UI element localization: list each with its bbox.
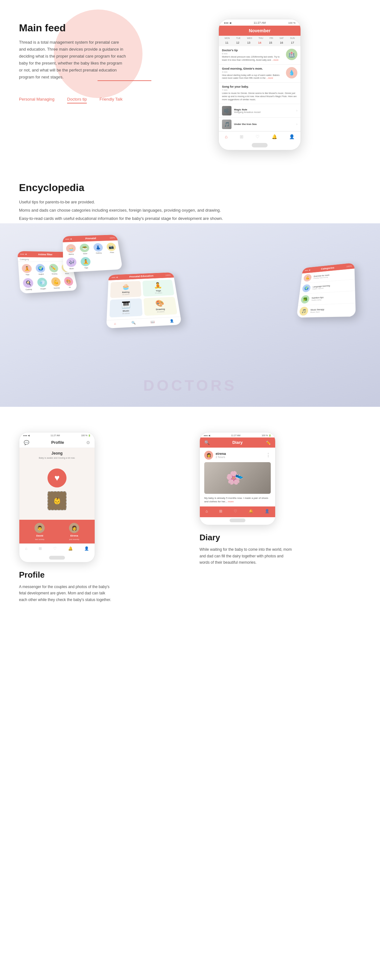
feed-item-body: Mother's blood pressure was 135/8mmHg la… — [222, 56, 283, 62]
music-info-2: Under the Iron Sea — [234, 123, 294, 126]
card-yoga[interactable]: 🧘 Yoga 24 articles — [142, 280, 174, 297]
nav-bell-icon[interactable]: 🔔 — [272, 134, 277, 139]
music-thumb-1: 🎼 — [222, 106, 232, 115]
phone-time: 11:27 AM — [254, 21, 266, 24]
profile-nav-person[interactable]: 👤 — [84, 546, 89, 551]
iso-grid-item-2[interactable]: 🧘 Yoga — [78, 256, 93, 270]
diary-phone-statusbar: ●●● ◀ 11:27 AM 100 % 🔋 — [200, 433, 275, 438]
phone-home-button[interactable] — [252, 143, 268, 147]
feed-item-icon-doctors: 🏥 — [286, 49, 297, 60]
prenatal-icon-clothing: 👗 — [93, 243, 103, 251]
iso-grid-item-2[interactable]: 🎶 Music — [64, 256, 79, 271]
iso-grid-item[interactable]: 🧘 Yoga — [19, 263, 35, 277]
diary-user-info: 👩 eirena 2 hours — [204, 451, 226, 460]
main-feed-section: Main feed Thread is a total management s… — [0, 0, 380, 163]
diary-edit-icon[interactable]: ✏️ — [265, 440, 271, 445]
diary-home-button[interactable] — [230, 519, 246, 522]
encyclopedia-section: Encyclopedia Useful tips for parents-to-… — [0, 163, 380, 222]
diary-caption-more[interactable]: more — [228, 500, 234, 503]
iso-phone-4-nav-home[interactable]: ⌂ — [114, 322, 116, 325]
nav-heart-icon[interactable]: ♡ — [255, 134, 260, 139]
iso-grid-item[interactable]: 🍳 Cooking — [21, 277, 36, 292]
nav-home-icon[interactable]: ⌂ — [225, 134, 227, 139]
music-info-1: Magic flute Wolfgang Amadeus mozart — [234, 108, 294, 113]
phone-bottom-nav: ⌂ ⊞ ♡ 🔔 👤 — [219, 131, 300, 143]
diary-nav-bell[interactable]: 🔔 — [249, 509, 253, 514]
diary-search-icon[interactable]: 🔍 — [204, 440, 210, 445]
diary-nav-grid[interactable]: ⊞ — [219, 509, 222, 514]
feed-item-body-3: Listen to music for Ginnie. Ginnie seems… — [222, 92, 297, 101]
profile-message-icon[interactable]: 💬 — [24, 440, 29, 445]
music-arrow-icon-2: › — [296, 123, 297, 126]
feed-item-good-morning[interactable]: Good morning, Ginnie's mom. 3 min How ab… — [219, 65, 300, 83]
iso-grid-item[interactable]: 🎨 Art — [61, 275, 76, 290]
iso-phone-4-nav-search[interactable]: 🔍 — [131, 321, 136, 325]
iso-grid-item[interactable]: 💨 Oxygen — [35, 276, 50, 291]
diary-more-options[interactable]: ⋮ — [266, 452, 271, 458]
iso-grid-item-2[interactable]: 🥗 Salad — [78, 242, 92, 256]
profile-section-title: Profile — [19, 570, 180, 580]
parent-eirena: 👩 Eirena just recently — [69, 523, 79, 540]
prenatal-icon-photo: 📷 — [106, 243, 117, 251]
tab-active-line — [97, 80, 152, 81]
iso-phone-2-grid: 🧁 Baking 🥗 Salad 👗 Clothing 📷 Photo 🎶 Mu… — [63, 240, 123, 273]
profile-phone-statusbar: ●●● ◀ 11:27 AM 100 % 🔋 — [19, 433, 95, 438]
iso-grid-item-2[interactable]: 📷 Photo — [104, 241, 119, 255]
music-item-2[interactable]: 🎵 Under the Iron Sea › — [219, 118, 300, 131]
iso-phone-4-nav-person[interactable]: 👤 — [169, 319, 174, 323]
diary-bottom-nav: ⌂ ⊞ ♡ 🔔 👤 — [200, 506, 275, 517]
nav-grid-icon[interactable]: ⊞ — [240, 134, 244, 139]
iso-phone-4-nav-book[interactable]: 📖 — [150, 320, 155, 324]
feed-item-time-2: 3 min — [222, 71, 283, 73]
list-icon-exercise: 💪 — [303, 274, 312, 282]
profile-nav-grid[interactable]: ⊞ — [38, 546, 42, 551]
profile-section-description: A messenger for the couples and photos o… — [19, 584, 114, 603]
iso-grid-item-2[interactable]: 👗 Clothing — [91, 242, 105, 255]
parent-eirena-avatar: 👩 — [69, 523, 79, 533]
profile-settings-icon[interactable]: ⚙ — [86, 440, 90, 445]
profile-nav-home[interactable]: ⌂ — [25, 546, 27, 551]
heart-icon: ♥ — [48, 468, 67, 487]
prenatal-icon-music2: 🎶 — [67, 258, 77, 267]
iso-grid-item[interactable]: 🌍 English — [33, 263, 48, 277]
feed-item-doctors-tip[interactable]: Doctor's tip 6 min Mother's blood pressu… — [219, 46, 300, 65]
iso-grid-item-2[interactable]: 🧁 Baking — [64, 243, 78, 256]
profile-phone-header: 💬 Profile ⚙ — [19, 438, 95, 448]
feed-item-text: Doctor's tip 6 min Mother's blood pressu… — [222, 49, 283, 62]
music-item-1[interactable]: 🎼 Magic flute Wolfgang Amadeus mozart › — [219, 104, 300, 118]
main-feed-description: Thread is a total management system for … — [19, 39, 127, 81]
feed-item-body-2: How about starting today with a cup of w… — [222, 74, 283, 80]
feed-item-more[interactable]: ...more — [272, 59, 279, 61]
profile-home-button[interactable] — [49, 556, 65, 560]
feed-item-text-2: Good morning, Ginnie's mom. 3 min How ab… — [222, 67, 283, 80]
profile-nav-heart[interactable]: ♡ — [53, 546, 57, 551]
feed-item-song[interactable]: Song for your baby. 7 min Listen to musi… — [219, 83, 300, 104]
diary-nav-heart[interactable]: ♡ — [234, 509, 237, 514]
iso-grid-item[interactable]: ✏️ Drawing — [46, 263, 61, 276]
card-drawing[interactable]: 🎨 Drawing 15 articles — [144, 297, 177, 316]
diary-caption: My baby is already 5 months now. I made … — [204, 496, 271, 503]
feed-item-title-3: Song for your baby. — [222, 85, 297, 88]
tab-friendly-talk[interactable]: Friendly Talk — [99, 97, 123, 103]
diary-nav-person[interactable]: 👤 — [265, 509, 270, 514]
feed-tabs: Personal Managing Doctors tip Friendly T… — [19, 97, 139, 103]
music-title-1: Magic flute — [234, 108, 294, 111]
iso-phone-prenatal: ●●● ◀ Prenatal 100% 🧁 Baking 🥗 Salad 👗 C… — [63, 235, 123, 273]
profile-nav-bell[interactable]: 🔔 — [68, 546, 73, 551]
main-feed-title: Main feed — [19, 22, 139, 34]
tab-doctors-tip[interactable]: Doctors tip — [67, 97, 87, 103]
diary-user-row: 👩 eirena 2 hours ⋮ — [204, 451, 271, 460]
card-baking[interactable]: 🧁 Baking 30 articles — [110, 281, 142, 298]
card-music-edu[interactable]: 🎹 Music 18 articles — [110, 298, 143, 318]
iso-grid-item[interactable]: 💪 Exercise — [48, 276, 64, 290]
diary-nav-home[interactable]: ⌂ — [206, 509, 208, 514]
diary-shoes-decoration: 👟 — [235, 472, 243, 479]
encyclopedia-title: Encyclopedia — [19, 182, 361, 194]
music-thumb-2: 🎵 — [222, 119, 232, 129]
calendar-days-row: MON TUE WED THU FRI SAT SUN — [219, 36, 300, 40]
doctors-watermark: Doctors — [143, 377, 236, 394]
tab-personal-managing[interactable]: Personal Managing — [19, 97, 54, 103]
nav-person-icon[interactable]: 👤 — [289, 134, 294, 139]
feed-item-title: Doctor's tip — [222, 49, 283, 52]
iso-list-item-4[interactable]: 🎵 Music therapyMozart, Bach — [296, 303, 356, 318]
